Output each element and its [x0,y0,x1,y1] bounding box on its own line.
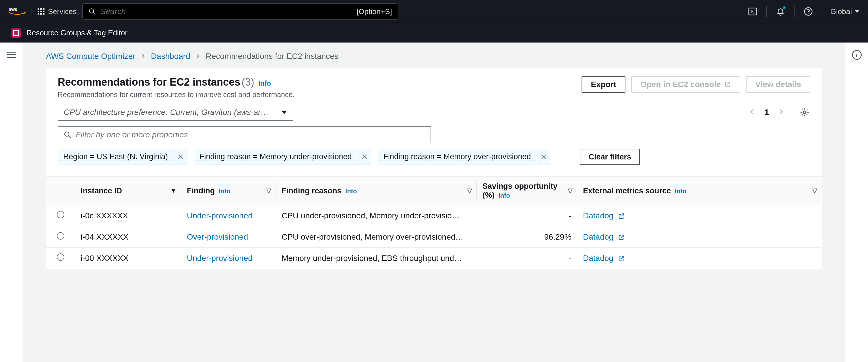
help-button[interactable] [803,6,814,17]
nav-divider [766,6,767,17]
col-label: External metrics source [583,187,671,195]
view-details-button[interactable]: View details [746,76,810,93]
col-info-link[interactable]: Info [499,192,510,199]
cell-savings: - [477,205,577,226]
page-subtitle: Recommendations for current resources to… [58,90,576,99]
chevron-right-icon [195,52,200,61]
side-nav-toggle[interactable] [0,43,23,362]
panel-title-wrap: Recommendations for EC2 instances (3) In… [58,76,576,99]
main-content: AWS Compute Optimizer Dashboard Recommen… [23,43,845,362]
property-filter-input[interactable] [76,130,425,139]
svg-line-20 [621,256,624,259]
svg-line-18 [621,214,624,216]
col-label: Savings opportunity (%) [483,182,557,199]
caret-down-icon [281,111,287,114]
finding-link[interactable]: Under-provisioned [187,211,253,220]
clear-filters-button[interactable]: Clear filters [580,149,640,165]
table-row[interactable]: i-04 XXXXXXOver-provisionedCPU over-prov… [46,226,822,248]
cloudshell-button[interactable] [747,6,758,17]
property-filter[interactable] [58,127,431,143]
col-info-link[interactable]: Info [345,188,357,195]
finding-link[interactable]: Over-provisioned [187,232,248,241]
page-count: (3) [242,76,254,88]
cell-external: Datadog [577,248,822,269]
info-panel-toggle[interactable]: i [845,43,868,362]
gear-icon [800,107,809,117]
nav-divider [32,6,32,17]
filter-chip-finding-reason-under: Finding reason = Memory under-provisione… [194,149,372,165]
filters-section: CPU architecture preference: Current, Gr… [46,104,822,171]
row-radio[interactable] [57,211,64,218]
external-link[interactable]: Datadog [583,232,625,241]
cell-external: Datadog [577,226,822,248]
svg-line-2 [93,12,95,15]
global-search[interactable]: [Option+S] [82,3,398,20]
export-button[interactable]: Export [582,76,625,93]
filter-chip-remove[interactable] [357,149,372,165]
filter-chip-region: Region = US East (N. Virginia) [58,149,188,165]
col-finding-reasons[interactable]: Finding reasons Info ▽ [276,177,477,205]
breadcrumb-service[interactable]: AWS Compute Optimizer [46,52,135,61]
sort-icon: ▽ [467,187,472,195]
cloudshell-icon [748,7,757,16]
col-instance-id[interactable]: Instance ID ▼ [75,177,181,205]
filter-chip-remove[interactable] [536,149,551,165]
recommendations-panel: Recommendations for EC2 instances (3) In… [46,68,822,269]
col-info-link[interactable]: Info [675,188,686,195]
page-info-link[interactable]: Info [258,79,271,87]
table-row[interactable]: i-00 XXXXXXUnder-provisionedMemory under… [46,248,822,269]
notifications-button[interactable] [775,6,786,17]
page-prev-button[interactable] [749,107,756,117]
close-icon [540,154,547,160]
row-radio[interactable] [57,232,64,240]
col-label: Instance ID [81,187,122,195]
search-icon [88,8,96,15]
aws-logo[interactable]: aws [9,6,26,17]
row-select-cell [46,226,75,248]
cell-finding: Over-provisioned [181,226,276,248]
close-icon [177,154,184,160]
filter-chip-label[interactable]: Region = US East (N. Virginia) [58,152,173,161]
page-next-button[interactable] [778,107,784,117]
sort-icon: ▽ [267,187,271,195]
sort-desc-icon: ▼ [170,187,177,195]
search-shortcut: [Option+S] [356,7,392,16]
recommendations-table: Instance ID ▼ Finding Info ▽ Finding rea… [46,176,822,269]
breadcrumb-dashboard[interactable]: Dashboard [151,52,190,61]
chevron-down-icon [855,10,859,13]
row-select-cell [46,205,75,226]
col-finding[interactable]: Finding Info ▽ [181,177,276,205]
region-selector[interactable]: Global [830,7,859,16]
external-link[interactable]: Datadog [583,254,625,262]
panel-actions: Export Open in EC2 console View details [582,76,810,93]
external-link[interactable]: Datadog [583,211,625,220]
col-info-link[interactable]: Info [219,188,230,195]
row-radio[interactable] [57,253,64,261]
resource-groups-icon[interactable] [11,28,21,38]
pagination: 1 [749,107,810,118]
services-menu[interactable]: Services [38,7,76,16]
help-icon [804,7,813,16]
resource-groups-link[interactable]: Resource Groups & Tag Editor [26,28,127,37]
filter-chips: Region = US East (N. Virginia) Finding r… [58,149,810,165]
close-icon [361,154,368,160]
cell-instance-id: i-00 XXXXXX [75,248,181,269]
filter-chip-remove[interactable] [173,149,188,165]
cell-reasons: CPU under-provisioned, Memory under-prov… [276,205,477,226]
cpu-arch-preference-select[interactable]: CPU architecture preference: Current, Gr… [58,104,293,121]
svg-line-19 [621,235,624,238]
filter-chip-label[interactable]: Finding reason = Memory over-provisioned [378,152,536,161]
table-row[interactable]: i-0c XXXXXXUnder-provisionedCPU under-pr… [46,205,822,226]
col-savings[interactable]: Savings opportunity (%) Info ▽ [477,177,577,205]
finding-link[interactable]: Under-provisioned [187,254,253,262]
cpu-arch-label: CPU architecture preference: Current, Gr… [64,108,269,117]
nav-divider [794,6,795,17]
table-settings-button[interactable] [799,107,810,118]
filter-chip-label[interactable]: Finding reason = Memory under-provisione… [194,152,357,161]
services-label: Services [48,7,76,16]
select-header [46,177,75,205]
search-input[interactable] [100,7,352,16]
clear-filters-label: Clear filters [588,152,631,162]
open-ec2-console-button[interactable]: Open in EC2 console [631,76,740,93]
col-external-metrics[interactable]: External metrics source Info ▽ [577,177,822,205]
